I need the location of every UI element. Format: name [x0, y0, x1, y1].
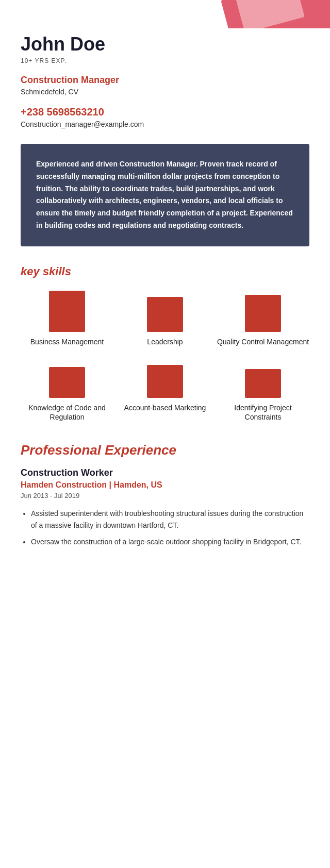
skill-item-business-management: Business Management — [21, 291, 113, 346]
phone-number: +238 5698563210 — [21, 106, 309, 118]
date-range: Jun 2013 - Jul 2019 — [21, 492, 309, 499]
location: Schmiedefeld, CV — [21, 88, 309, 96]
header-decoration — [0, 0, 330, 28]
skill-item-code-regulation: Knowledge of Code and Regulation — [21, 357, 113, 422]
summary-text: Experienced and driven Construction Mana… — [36, 158, 294, 232]
skill-bar-container — [46, 357, 88, 398]
skill-bar-leadership — [147, 297, 183, 332]
skill-bar-quality-control — [245, 295, 281, 332]
skill-item-quality-control: Quality Control Management — [217, 291, 309, 346]
bullet-item-2: Oversaw the construction of a large-scal… — [31, 536, 309, 547]
skill-name-leadership: Leadership — [147, 337, 183, 346]
skill-name-business-management: Business Management — [30, 337, 104, 346]
skill-bar-business-management — [49, 291, 85, 332]
skill-bar-project-constraints — [245, 369, 281, 398]
company-location: Hamden Construction | Hamden, US — [21, 480, 309, 490]
skill-name-project-constraints: Identifying Project Constraints — [217, 403, 309, 422]
job-entry-construction-worker: Construction Worker Hamden Construction … — [21, 468, 309, 547]
skill-bar-container — [144, 291, 186, 332]
summary-box: Experienced and driven Construction Mana… — [21, 144, 309, 246]
person-name: John Doe — [21, 34, 309, 55]
email-address: Construction_manager@example.com — [21, 120, 309, 128]
skill-bar-container — [144, 357, 186, 398]
professional-experience-title: Professional Experience — [21, 442, 309, 458]
job-position: Construction Worker — [21, 468, 309, 478]
skills-section-title: key skills — [21, 265, 309, 278]
skill-item-leadership: Leadership — [119, 291, 211, 346]
skill-bar-container — [46, 291, 88, 332]
skill-bar-account-marketing — [147, 365, 183, 398]
skill-bar-container — [242, 357, 284, 398]
job-bullets: Assisted superintendent with troubleshoo… — [21, 508, 309, 547]
skill-item-project-constraints: Identifying Project Constraints — [217, 357, 309, 422]
skill-name-account-marketing: Account-based Marketing — [124, 403, 206, 412]
skills-grid: Business Management Leadership Quality C… — [21, 291, 309, 422]
skill-item-account-marketing: Account-based Marketing — [119, 357, 211, 422]
job-title: Construction Manager — [21, 75, 309, 86]
bullet-item-1: Assisted superintendent with troubleshoo… — [31, 508, 309, 531]
skill-bar-container — [242, 291, 284, 332]
skill-name-code-regulation: Knowledge of Code and Regulation — [21, 403, 113, 422]
skill-bar-code-regulation — [49, 367, 85, 398]
skill-name-quality-control: Quality Control Management — [217, 337, 309, 346]
experience-tag: 10+ YRS EXP. — [21, 57, 309, 64]
